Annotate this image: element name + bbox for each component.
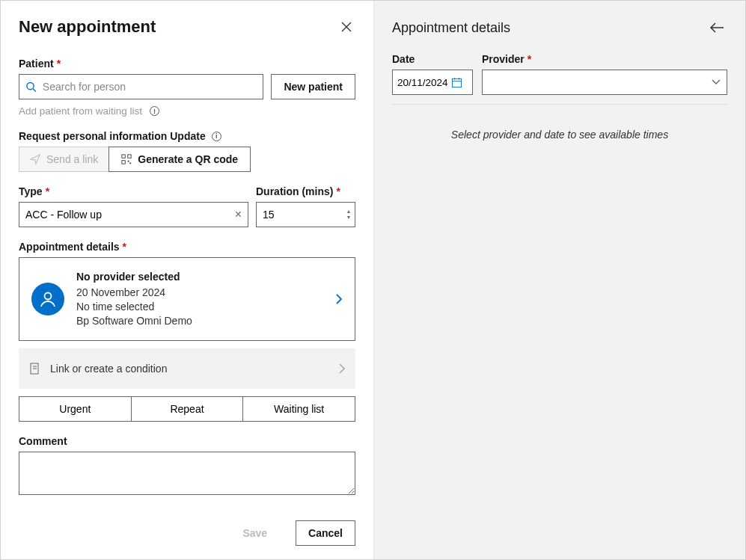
divider xyxy=(392,104,727,105)
duration-value: 15 xyxy=(263,209,275,221)
svg-line-1 xyxy=(33,89,36,92)
page-title: New appointment xyxy=(19,17,156,37)
calendar-icon[interactable] xyxy=(451,77,462,88)
right-title: Appointment details xyxy=(392,20,510,36)
back-button[interactable] xyxy=(706,19,727,37)
date-input[interactable]: 20/11/2024 xyxy=(392,70,473,95)
urgent-toggle[interactable]: Urgent xyxy=(19,397,132,421)
link-condition-row[interactable]: Link or create a condition xyxy=(19,348,355,389)
close-icon xyxy=(340,21,352,33)
details-provider-line: No provider selected xyxy=(76,270,323,284)
required-star: * xyxy=(57,58,61,70)
type-label: Type* xyxy=(19,185,248,197)
details-date-line: 20 November 2024 xyxy=(76,286,323,300)
patient-search-input-wrapper[interactable] xyxy=(19,74,263,99)
provider-select[interactable] xyxy=(482,70,727,95)
details-time-line: No time selected xyxy=(76,300,323,314)
svg-rect-11 xyxy=(452,79,461,87)
generate-qr-button[interactable]: Generate a QR code xyxy=(108,147,251,172)
patient-search-input[interactable] xyxy=(43,81,257,93)
repeat-toggle[interactable]: Repeat xyxy=(132,397,244,421)
duration-stepper[interactable]: 15 ▴ ▾ xyxy=(256,202,355,227)
date-value: 20/11/2024 xyxy=(397,77,448,88)
svg-point-7 xyxy=(45,292,52,299)
waiting-list-toggle[interactable]: Waiting list xyxy=(243,397,355,421)
close-button[interactable] xyxy=(337,18,355,36)
svg-point-0 xyxy=(27,82,34,89)
details-location-line: Bp Software Omni Demo xyxy=(76,314,323,328)
avatar xyxy=(31,283,64,316)
rpi-label: Request personal information Update i xyxy=(19,130,355,142)
provider-label: Provider* xyxy=(482,53,727,65)
chevron-right-icon xyxy=(339,363,345,374)
date-label: Date xyxy=(392,53,473,65)
person-icon xyxy=(39,290,57,308)
chevron-down-icon xyxy=(712,79,721,85)
info-icon: i xyxy=(212,132,221,141)
svg-rect-6 xyxy=(130,162,132,164)
comment-label: Comment xyxy=(19,435,355,447)
condition-icon xyxy=(29,363,41,375)
new-patient-button[interactable]: New patient xyxy=(271,74,355,99)
duration-label: Duration (mins)* xyxy=(256,185,355,197)
send-icon xyxy=(30,154,40,164)
svg-rect-4 xyxy=(122,161,125,164)
chevron-right-icon xyxy=(335,293,343,305)
svg-rect-2 xyxy=(122,155,125,158)
add-from-waiting-list-link[interactable]: Add patient from waiting list ! xyxy=(19,105,355,117)
details-label: Appointment details* xyxy=(19,241,355,253)
cancel-button[interactable]: Cancel xyxy=(296,520,355,546)
svg-rect-3 xyxy=(128,155,131,158)
appointment-details-card[interactable]: No provider selected 20 November 2024 No… xyxy=(19,257,355,341)
svg-rect-5 xyxy=(128,161,129,162)
stepper-down-icon[interactable]: ▾ xyxy=(347,215,350,221)
clear-type-icon[interactable]: × xyxy=(235,208,242,221)
comment-textarea[interactable] xyxy=(19,452,355,495)
type-value: ACC - Follow up xyxy=(25,209,102,221)
info-icon: ! xyxy=(150,106,159,116)
patient-label: Patient* xyxy=(19,58,355,70)
save-button: Save xyxy=(221,520,288,546)
type-select[interactable]: ACC - Follow up × xyxy=(19,202,248,227)
send-link-button: Send a link xyxy=(19,147,108,172)
arrow-left-icon xyxy=(709,22,724,34)
flags-segment: Urgent Repeat Waiting list xyxy=(19,396,355,422)
qr-icon xyxy=(121,154,132,164)
search-icon xyxy=(25,81,37,93)
empty-state-text: Select provider and date to see availabl… xyxy=(392,129,727,141)
